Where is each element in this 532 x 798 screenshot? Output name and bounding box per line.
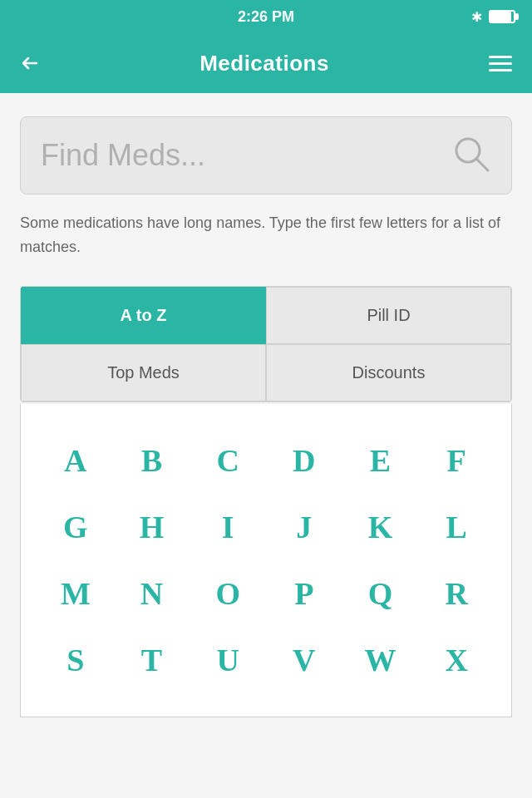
status-bar: 2:26 PM ✱ <box>0 0 532 33</box>
letter-g[interactable]: G <box>37 494 114 560</box>
svg-line-1 <box>476 159 488 170</box>
letter-h[interactable]: H <box>114 494 190 560</box>
letter-i[interactable]: I <box>190 494 266 560</box>
letter-b[interactable]: B <box>114 427 190 494</box>
battery-fill <box>490 12 511 22</box>
tab-top-meds[interactable]: Top Meds <box>21 344 266 401</box>
letter-r[interactable]: R <box>418 560 495 627</box>
letter-l[interactable]: L <box>418 494 495 560</box>
tab-grid: A to Z Pill ID Top Meds Discounts <box>20 286 512 402</box>
status-time: 2:26 PM <box>66 8 466 26</box>
menu-line-2 <box>489 62 512 65</box>
letter-grid: ABCDEFGHIJKLMNOPQRSTUVWX <box>37 427 495 693</box>
letter-grid-container: ABCDEFGHIJKLMNOPQRSTUVWX <box>20 404 512 717</box>
tab-pill-id[interactable]: Pill ID <box>266 287 511 344</box>
letter-u[interactable]: U <box>190 627 266 693</box>
letter-j[interactable]: J <box>266 494 342 560</box>
letter-v[interactable]: V <box>266 627 342 693</box>
letter-t[interactable]: T <box>114 627 190 693</box>
letter-m[interactable]: M <box>37 560 114 627</box>
letter-p[interactable]: P <box>266 560 342 627</box>
letter-n[interactable]: N <box>114 560 190 627</box>
back-button[interactable] <box>20 53 40 73</box>
tab-discounts[interactable]: Discounts <box>266 344 511 401</box>
letter-c[interactable]: C <box>190 427 266 494</box>
search-input[interactable] <box>41 138 438 173</box>
search-icon <box>451 134 491 177</box>
bluetooth-icon: ✱ <box>471 9 482 25</box>
letter-s[interactable]: S <box>37 627 114 693</box>
tab-a-to-z[interactable]: A to Z <box>21 287 266 344</box>
header: Medications <box>0 33 532 93</box>
letter-e[interactable]: E <box>342 427 419 494</box>
letter-o[interactable]: O <box>190 560 266 627</box>
menu-button[interactable] <box>489 56 512 71</box>
menu-line-3 <box>489 69 512 71</box>
letter-q[interactable]: Q <box>342 560 419 627</box>
helper-text: Some medications have long names. Type t… <box>20 211 512 259</box>
menu-line-1 <box>489 56 512 58</box>
letter-d[interactable]: D <box>266 427 342 494</box>
battery-icon <box>489 10 515 23</box>
letter-w[interactable]: W <box>342 627 419 693</box>
main-content: Some medications have long names. Type t… <box>0 93 532 798</box>
letter-f[interactable]: F <box>418 427 495 494</box>
search-container <box>20 116 512 195</box>
letter-k[interactable]: K <box>342 494 419 560</box>
letter-x[interactable]: X <box>418 627 495 693</box>
page-title: Medications <box>200 51 329 76</box>
letter-a[interactable]: A <box>37 427 114 494</box>
status-right: ✱ <box>466 9 515 25</box>
